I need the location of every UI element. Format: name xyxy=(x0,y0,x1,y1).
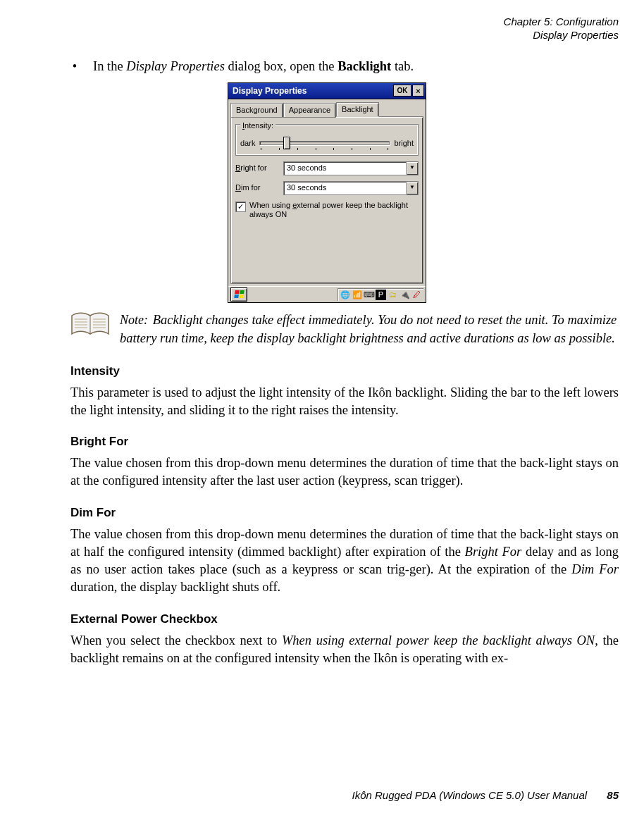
external-power-check-label: When using external power keep the backl… xyxy=(249,201,419,219)
bright-for-combo[interactable]: 30 seconds ▼ xyxy=(283,161,419,175)
heading-intensity: Intensity xyxy=(70,364,619,380)
tab-backlight[interactable]: Backlight xyxy=(336,102,379,117)
heading-dim-for: Dim For xyxy=(70,505,619,521)
note-text: Backlight changes take effect immediatel… xyxy=(120,313,617,345)
display-properties-dialog: Display Properties OK × Background Appea… xyxy=(228,82,426,303)
start-button[interactable] xyxy=(230,287,247,302)
network-icon[interactable]: 📶 xyxy=(352,290,362,300)
note-block: Note: Backlight changes take effect imme… xyxy=(70,311,619,348)
dim-for-row: Dim for 30 seconds ▼ xyxy=(235,181,419,195)
dim-for-combo[interactable]: 30 seconds ▼ xyxy=(283,181,419,195)
display-properties-italic: Display Properties xyxy=(126,59,225,73)
windows-flag-icon xyxy=(234,290,244,298)
external-power-check-row: ✓ When using external power keep the bac… xyxy=(235,201,419,219)
dialog-body: Background Appearance Backlight Intensit… xyxy=(228,99,426,286)
tabstrip: Background Appearance Backlight xyxy=(230,102,423,117)
bullet-text: In the Display Properties dialog box, op… xyxy=(93,58,414,75)
pen-icon[interactable]: 🖊 xyxy=(411,290,422,300)
intensity-bright-label: bright xyxy=(394,138,414,149)
para-bright-for: The value chosen from this drop-down men… xyxy=(70,454,619,490)
keyboard-icon[interactable]: ⌨ xyxy=(364,290,374,300)
intensity-label: Intensity: xyxy=(240,121,275,130)
screenshot-wrapper: Display Properties OK × Background Appea… xyxy=(35,82,619,303)
intensity-dark-label: dark xyxy=(240,138,255,149)
para-intensity: This parameter is used to adjust the lig… xyxy=(70,384,619,419)
header-chapter: Chapter 5: Configuration xyxy=(504,16,619,29)
heading-external-power: External Power Checkbox xyxy=(70,612,619,628)
book-icon xyxy=(70,311,110,338)
note-label: Note: xyxy=(120,313,149,327)
bullet-step: • In the Display Properties dialog box, … xyxy=(70,58,619,75)
tab-background[interactable]: Background xyxy=(230,103,283,118)
chevron-down-icon[interactable]: ▼ xyxy=(406,182,418,194)
ok-button[interactable]: OK xyxy=(393,85,411,97)
page-footer: Ikôn Rugged PDA (Windows CE 5.0) User Ma… xyxy=(0,789,619,801)
close-button[interactable]: × xyxy=(412,85,424,97)
tab-appearance[interactable]: Appearance xyxy=(283,103,336,118)
heading-bright-for: Bright For xyxy=(70,434,619,450)
footer-title: Ikôn Rugged PDA (Windows CE 5.0) User Ma… xyxy=(352,789,588,801)
battery-icon[interactable]: 🗂 xyxy=(388,290,398,300)
backlight-bold: Backlight xyxy=(338,59,391,73)
dialog-titlebar: Display Properties OK × xyxy=(228,83,426,99)
intensity-group: Intensity: dark bright xyxy=(235,124,419,156)
bright-for-row: Bright for 30 seconds ▼ xyxy=(235,161,419,175)
note-text-wrap: Note: Backlight changes take effect imme… xyxy=(120,311,619,348)
intensity-slider[interactable] xyxy=(259,137,390,151)
dim-for-value: 30 seconds xyxy=(284,182,406,193)
system-tray: 🌐 📶 ⌨ P 🗂 🔌 🖊 xyxy=(338,288,423,301)
tabpanel-backlight: Intensity: dark bright Bright xyxy=(230,116,423,284)
page-number: 85 xyxy=(607,789,619,801)
globe-icon[interactable]: 🌐 xyxy=(340,290,350,300)
header-section: Display Properties xyxy=(504,29,619,42)
page-content: • In the Display Properties dialog box, … xyxy=(70,58,619,667)
dialog-title: Display Properties xyxy=(233,85,306,97)
bright-for-value: 30 seconds xyxy=(284,163,406,173)
intensity-slider-row: dark bright xyxy=(240,137,414,151)
chevron-down-icon[interactable]: ▼ xyxy=(406,162,418,175)
power-icon[interactable]: 🔌 xyxy=(400,290,410,300)
para-dim-for: The value chosen from this drop-down men… xyxy=(70,526,619,596)
para-external-power: When you select the checkbox next to Whe… xyxy=(70,632,619,667)
app-icon[interactable]: P xyxy=(376,290,386,300)
taskbar: 🌐 📶 ⌨ P 🗂 🔌 🖊 xyxy=(228,286,426,302)
bright-for-label: Bright for xyxy=(235,163,280,173)
page-header: Chapter 5: Configuration Display Propert… xyxy=(504,16,619,42)
external-power-checkbox[interactable]: ✓ xyxy=(235,202,246,212)
bullet-marker: • xyxy=(70,58,79,75)
dim-for-label: Dim for xyxy=(235,182,280,193)
